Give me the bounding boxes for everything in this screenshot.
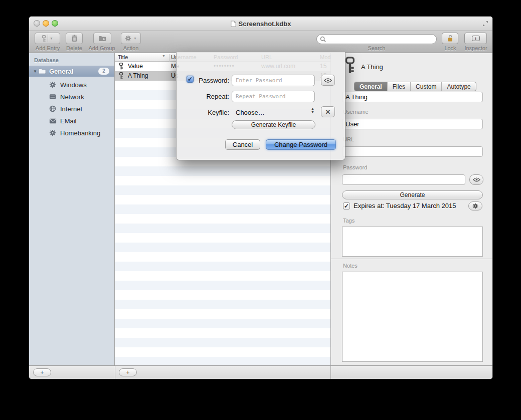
- username-field[interactable]: [342, 119, 483, 129]
- folder-icon: [38, 68, 46, 74]
- gear-icon: [472, 203, 478, 209]
- inspector-entry-title: A Thing: [361, 63, 383, 71]
- change-password-sheet: ✓ Password: Repeat: Keyfile: Choose… ▲▼ …: [176, 52, 345, 160]
- folder-plus-icon: [98, 35, 106, 42]
- add-group-button[interactable]: [93, 33, 111, 44]
- tab-files[interactable]: Files: [388, 82, 411, 91]
- sidebar-group-label: General: [49, 68, 98, 75]
- lock-open-icon: [447, 35, 453, 42]
- key-icon: [42, 35, 46, 42]
- document-icon: [231, 21, 236, 27]
- search-icon: [320, 36, 326, 42]
- gear-icon: [49, 81, 56, 88]
- stepper-icon[interactable]: ▲▼: [311, 107, 314, 114]
- sort-indicator-icon: ▼: [162, 54, 165, 58]
- add-group-footer-button[interactable]: +: [33, 368, 51, 376]
- info-icon: i: [472, 36, 480, 41]
- tags-label: Tags: [343, 218, 355, 224]
- expires-label: Expires at: Tuesday 17 March 2015: [354, 202, 456, 209]
- tab-custom[interactable]: Custom: [411, 82, 442, 91]
- sidebar: Database ▼ General 2 Windows Network Int…: [29, 53, 115, 365]
- add-entry-button[interactable]: ▼: [35, 33, 60, 44]
- sidebar-item-network[interactable]: Network: [29, 91, 114, 103]
- expires-options-button[interactable]: [468, 201, 482, 211]
- tags-textarea[interactable]: [342, 227, 483, 257]
- lock-button[interactable]: [442, 33, 458, 44]
- clear-keyfile-button[interactable]: ✕: [321, 106, 335, 117]
- add-entry-footer-button[interactable]: +: [119, 368, 137, 376]
- envelope-icon: [49, 118, 57, 124]
- search-label: Search: [316, 45, 437, 51]
- chevron-down-icon: ▼: [50, 37, 53, 40]
- tab-autotype[interactable]: Autotype: [442, 82, 475, 91]
- search-input[interactable]: [328, 35, 436, 43]
- sidebar-item-internet[interactable]: Internet: [29, 103, 114, 115]
- sidebar-item-label: Windows: [60, 81, 87, 89]
- fullscreen-icon[interactable]: [482, 21, 488, 27]
- toolbar: ▼ Add Entry Delete Add Group ▼ Action Se…: [29, 31, 492, 53]
- sheet-password-input[interactable]: [232, 75, 315, 86]
- chevron-down-icon: ▼: [133, 37, 137, 40]
- globe-icon: [49, 105, 56, 112]
- sidebar-group-general[interactable]: ▼ General 2: [29, 66, 114, 77]
- app-window: Screenshot.kdbx ▼ Add Entry Delete Add G…: [29, 16, 493, 379]
- inspector-label: Inspector: [458, 45, 493, 51]
- title-field[interactable]: [342, 92, 483, 102]
- server-icon: [49, 93, 56, 100]
- gear-icon: [125, 35, 131, 42]
- cell-title: A Thing: [128, 72, 148, 79]
- sheet-repeat-input[interactable]: [232, 91, 315, 102]
- sidebar-item-windows[interactable]: Windows: [29, 79, 114, 91]
- change-password-button[interactable]: Change Password: [266, 139, 336, 150]
- key-icon: [119, 63, 123, 70]
- add-group-label: Add Group: [85, 45, 118, 51]
- bottom-bar: + +: [29, 365, 492, 379]
- action-label: Action: [119, 45, 142, 51]
- key-icon: [119, 72, 123, 79]
- username-label: Username: [343, 109, 369, 115]
- sheet-keyfile-label: Keyfile:: [177, 109, 229, 116]
- inspector-tabs: General Files Custom Autotype: [354, 82, 476, 91]
- inspector-button[interactable]: i: [464, 33, 487, 44]
- sidebar-header: Database: [34, 57, 59, 63]
- sidebar-item-label: Internet: [60, 105, 82, 113]
- cell-title: Value: [128, 63, 143, 70]
- eye-icon: [473, 177, 480, 182]
- disclosure-triangle-icon[interactable]: ▼: [33, 69, 38, 74]
- inspector-panel: A Thing General Files Custom Autotype Us…: [330, 53, 493, 365]
- section-divider: [331, 259, 493, 259]
- generate-keyfile-button[interactable]: Generate Keyfile: [232, 120, 315, 129]
- delete-label: Delete: [63, 45, 85, 51]
- gear-icon: [49, 129, 56, 136]
- title-bar: Screenshot.kdbx: [29, 17, 492, 31]
- split-divider: [48, 35, 48, 42]
- cancel-button[interactable]: Cancel: [225, 139, 260, 150]
- eye-icon: [324, 78, 332, 83]
- password-field[interactable]: [342, 174, 465, 185]
- sheet-repeat-label: Repeat:: [177, 93, 229, 100]
- sidebar-item-homebanking[interactable]: Homebanking: [29, 127, 114, 139]
- password-label: Password: [343, 164, 367, 170]
- delete-button[interactable]: [66, 33, 83, 44]
- sheet-password-label: Password:: [177, 77, 229, 84]
- reveal-password-button[interactable]: [469, 174, 483, 185]
- tab-general[interactable]: General: [355, 82, 388, 91]
- url-field[interactable]: [342, 146, 483, 157]
- key-icon: [344, 56, 356, 74]
- group-count-badge: 2: [98, 68, 109, 75]
- trash-icon: [71, 35, 78, 42]
- notes-label: Notes: [343, 263, 358, 269]
- generate-password-button[interactable]: Generate: [342, 190, 483, 199]
- search-field[interactable]: [316, 34, 437, 44]
- sidebar-item-label: Homebanking: [60, 129, 100, 137]
- sheet-reveal-password-button[interactable]: [321, 75, 335, 86]
- sidebar-item-email[interactable]: EMail: [29, 115, 114, 127]
- notes-textarea[interactable]: [342, 272, 483, 362]
- sidebar-item-label: EMail: [60, 117, 77, 125]
- expires-checkbox[interactable]: ✓: [343, 202, 350, 209]
- column-header-title[interactable]: Title: [118, 54, 128, 60]
- keyfile-popup-button[interactable]: Choose…: [236, 109, 265, 116]
- action-button[interactable]: ▼: [121, 33, 141, 44]
- sidebar-item-label: Network: [60, 93, 84, 101]
- add-entry-label: Add Entry: [32, 45, 63, 51]
